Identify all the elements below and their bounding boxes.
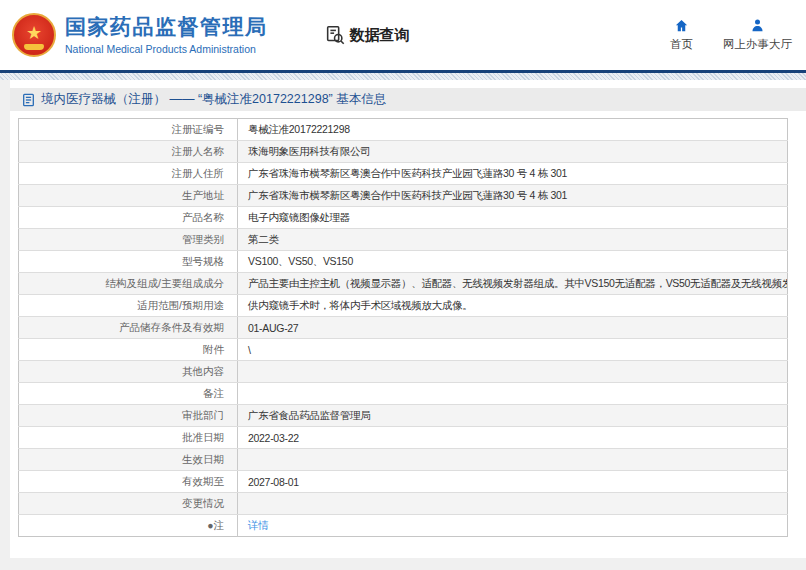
agency-name-cn: 国家药品监督管理局 xyxy=(65,15,268,39)
document-icon xyxy=(22,93,35,107)
row-label: 变更情况 xyxy=(19,493,238,515)
agency-name-en: National Medical Products Administration xyxy=(65,43,268,55)
row-value: 2022-03-22 xyxy=(238,427,788,449)
row-value: 供内窥镜手术时，将体内手术区域视频放大成像。 xyxy=(238,295,788,317)
table-row: 管理类别第二类 xyxy=(19,229,788,251)
row-label: 适用范围/预期用途 xyxy=(19,295,238,317)
row-label: 注册人住所 xyxy=(19,163,238,185)
row-label: 审批部门 xyxy=(19,405,238,427)
row-label: 生效日期 xyxy=(19,449,238,471)
table-row: ●注详情 xyxy=(19,515,788,537)
row-value: 01-AUG-27 xyxy=(238,317,788,339)
table-row: 产品储存条件及有效期01-AUG-27 xyxy=(19,317,788,339)
emblem-star-icon: ★ xyxy=(26,24,42,42)
row-value xyxy=(238,493,788,515)
row-value xyxy=(238,383,788,405)
table-row: 附件\ xyxy=(19,339,788,361)
data-query-label: 数据查询 xyxy=(350,26,410,45)
row-value: 珠海明象医用科技有限公司 xyxy=(238,141,788,163)
row-label: 批准日期 xyxy=(19,427,238,449)
info-table: 注册证编号粤械注准20172221298注册人名称珠海明象医用科技有限公司注册人… xyxy=(18,118,788,537)
row-value: 详情 xyxy=(238,515,788,537)
row-value: 广东省珠海市横琴新区粤澳合作中医药科技产业园飞蓮路30 号 4 栋 301 xyxy=(238,185,788,207)
row-label: ●注 xyxy=(19,515,238,537)
row-value: \ xyxy=(238,339,788,361)
divider-stripe xyxy=(0,73,806,80)
row-label: 产品名称 xyxy=(19,207,238,229)
row-value: 电子内窥镜图像处理器 xyxy=(238,207,788,229)
row-value: 粤械注准20172221298 xyxy=(238,119,788,141)
detail-link[interactable]: 详情 xyxy=(248,519,268,531)
table-row: 生效日期 xyxy=(19,449,788,471)
table-row: 适用范围/预期用途供内窥镜手术时，将体内手术区域视频放大成像。 xyxy=(19,295,788,317)
row-label: 注册人名称 xyxy=(19,141,238,163)
row-label: 备注 xyxy=(19,383,238,405)
table-row: 型号规格VS100、VS50、VS150 xyxy=(19,251,788,273)
table-row: 结构及组成/主要组成成分产品主要由主控主机（视频显示器）、适配器、无线视频发射器… xyxy=(19,273,788,295)
page-title: 境内医疗器械（注册） —— “粤械注准20172221298” 基本信息 xyxy=(41,91,386,108)
home-icon xyxy=(674,18,689,33)
row-value: 广东省食品药品监督管理局 xyxy=(238,405,788,427)
person-icon xyxy=(750,18,765,33)
table-row: 注册证编号粤械注准20172221298 xyxy=(19,119,788,141)
row-label: 注册证编号 xyxy=(19,119,238,141)
site-header: ★ 国家药品监督管理局 National Medical Products Ad… xyxy=(0,0,806,70)
table-row: 注册人住所广东省珠海市横琴新区粤澳合作中医药科技产业园飞蓮路30 号 4 栋 3… xyxy=(19,163,788,185)
nav-service-hall-label: 网上办事大厅 xyxy=(723,37,792,52)
table-row: 注册人名称珠海明象医用科技有限公司 xyxy=(19,141,788,163)
nav-home-label: 首页 xyxy=(670,37,693,52)
table-row: 批准日期2022-03-22 xyxy=(19,427,788,449)
row-value: 广东省珠海市横琴新区粤澳合作中医药科技产业园飞蓮路30 号 4 栋 301 xyxy=(238,163,788,185)
row-value: VS100、VS50、VS150 xyxy=(238,251,788,273)
brand: ★ 国家药品监督管理局 National Medical Products Ad… xyxy=(12,13,268,57)
national-emblem-logo: ★ xyxy=(12,13,56,57)
table-row: 生产地址广东省珠海市横琴新区粤澳合作中医药科技产业园飞蓮路30 号 4 栋 30… xyxy=(19,185,788,207)
data-query-section-title: 数据查询 xyxy=(324,24,410,46)
content: 境内医疗器械（注册） —— “粤械注准20172221298” 基本信息 注册证… xyxy=(10,80,806,558)
nav-home[interactable]: 首页 xyxy=(670,18,693,52)
table-row: 审批部门广东省食品药品监督管理局 xyxy=(19,405,788,427)
row-label: 管理类别 xyxy=(19,229,238,251)
table-row: 有效期至2027-08-01 xyxy=(19,471,788,493)
table-row: 其他内容 xyxy=(19,361,788,383)
document-search-icon xyxy=(324,24,346,46)
row-label: 结构及组成/主要组成成分 xyxy=(19,273,238,295)
row-label: 附件 xyxy=(19,339,238,361)
row-label: 其他内容 xyxy=(19,361,238,383)
table-row: 备注 xyxy=(19,383,788,405)
row-value: 2027-08-01 xyxy=(238,471,788,493)
breadcrumb: 境内医疗器械（注册） —— “粤械注准20172221298” 基本信息 xyxy=(10,88,806,111)
table-row: 产品名称电子内窥镜图像处理器 xyxy=(19,207,788,229)
brand-text: 国家药品监督管理局 National Medical Products Admi… xyxy=(65,15,268,54)
nav-online-service-hall[interactable]: 网上办事大厅 xyxy=(723,18,792,52)
row-label: 产品储存条件及有效期 xyxy=(19,317,238,339)
row-value: 产品主要由主控主机（视频显示器）、适配器、无线视频发射器组成。其中VS150无适… xyxy=(238,273,788,295)
row-label: 生产地址 xyxy=(19,185,238,207)
table-row: 变更情况 xyxy=(19,493,788,515)
top-nav: 首页 网上办事大厅 xyxy=(670,18,792,52)
row-label: 型号规格 xyxy=(19,251,238,273)
row-value xyxy=(238,361,788,383)
row-label: 有效期至 xyxy=(19,471,238,493)
row-value: 第二类 xyxy=(238,229,788,251)
row-value xyxy=(238,449,788,471)
